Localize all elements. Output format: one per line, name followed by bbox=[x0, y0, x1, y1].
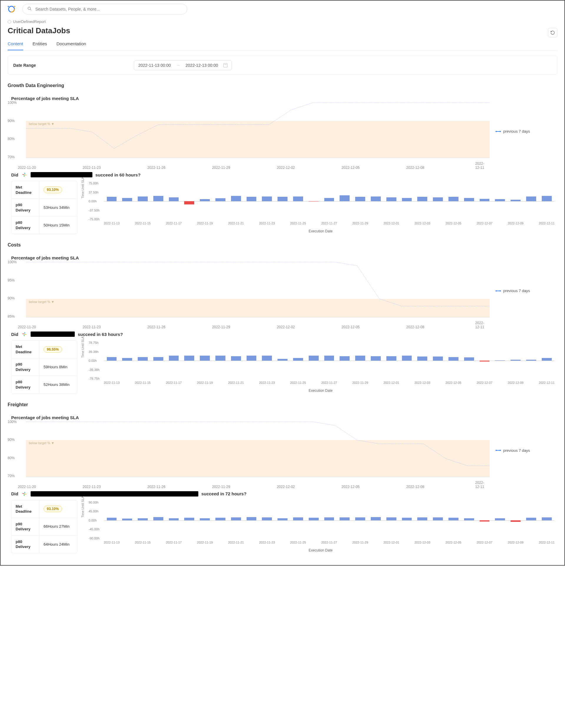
bar[interactable] bbox=[169, 197, 179, 201]
bar[interactable] bbox=[138, 518, 148, 520]
bar-x-tick: 2022-11-29 bbox=[352, 381, 368, 384]
bar[interactable] bbox=[526, 518, 536, 520]
bar[interactable] bbox=[262, 356, 272, 361]
bar[interactable] bbox=[138, 357, 148, 361]
bar[interactable] bbox=[355, 197, 365, 201]
x-tick: 2022-11-20 bbox=[18, 325, 36, 329]
bar[interactable] bbox=[355, 356, 365, 361]
bar[interactable] bbox=[386, 356, 396, 361]
bar[interactable] bbox=[153, 196, 163, 201]
bar[interactable] bbox=[340, 356, 350, 361]
bar[interactable] bbox=[293, 358, 303, 361]
bar[interactable] bbox=[246, 356, 256, 361]
bar[interactable] bbox=[184, 518, 194, 520]
bar[interactable] bbox=[277, 359, 288, 361]
bar[interactable] bbox=[122, 519, 132, 520]
bar[interactable] bbox=[153, 517, 163, 520]
search-input[interactable] bbox=[35, 6, 182, 12]
bar[interactable] bbox=[309, 356, 319, 361]
bar[interactable] bbox=[495, 360, 505, 361]
bar[interactable] bbox=[200, 518, 210, 520]
bar[interactable] bbox=[262, 196, 272, 201]
refresh-button[interactable] bbox=[548, 28, 557, 37]
bar[interactable] bbox=[231, 196, 241, 201]
bar[interactable] bbox=[138, 196, 148, 201]
bar[interactable] bbox=[464, 518, 474, 520]
bar[interactable] bbox=[262, 517, 272, 520]
bar[interactable] bbox=[309, 518, 319, 520]
bar[interactable] bbox=[184, 356, 194, 361]
bar[interactable] bbox=[526, 360, 536, 361]
bar[interactable] bbox=[215, 356, 225, 361]
bar[interactable] bbox=[542, 358, 552, 361]
bar[interactable] bbox=[511, 520, 521, 522]
bar[interactable] bbox=[277, 518, 288, 520]
app-logo[interactable] bbox=[6, 4, 17, 15]
bar[interactable] bbox=[293, 517, 303, 520]
bar[interactable] bbox=[293, 196, 303, 201]
bar[interactable] bbox=[511, 200, 521, 201]
bar[interactable] bbox=[277, 197, 288, 201]
bar[interactable] bbox=[402, 518, 412, 520]
bar[interactable] bbox=[231, 517, 241, 520]
bar[interactable] bbox=[402, 198, 412, 201]
bar-y-tick: -39.38h bbox=[89, 368, 99, 372]
x-tick: 2022-11-23 bbox=[83, 485, 101, 489]
bar[interactable] bbox=[153, 357, 163, 361]
bar[interactable] bbox=[246, 517, 256, 520]
bar[interactable] bbox=[526, 196, 536, 201]
bar-x-tick: 2022-11-27 bbox=[321, 381, 337, 384]
bar[interactable] bbox=[107, 197, 117, 201]
bar[interactable] bbox=[480, 361, 490, 361]
bar[interactable] bbox=[200, 356, 210, 361]
bar[interactable] bbox=[169, 356, 179, 361]
bar[interactable] bbox=[449, 518, 459, 520]
bar[interactable] bbox=[386, 197, 396, 201]
bar[interactable] bbox=[417, 517, 427, 520]
bar[interactable] bbox=[184, 201, 194, 204]
tab-documentation[interactable]: Documentation bbox=[56, 39, 86, 50]
bar[interactable] bbox=[511, 360, 521, 361]
bar[interactable] bbox=[371, 196, 381, 201]
bar[interactable] bbox=[464, 357, 474, 361]
bar[interactable] bbox=[107, 518, 117, 520]
bar[interactable] bbox=[371, 517, 381, 520]
bar[interactable] bbox=[107, 357, 117, 361]
bar[interactable] bbox=[215, 198, 225, 201]
bar[interactable] bbox=[340, 195, 350, 201]
bar[interactable] bbox=[169, 518, 179, 520]
bar[interactable] bbox=[324, 517, 334, 520]
bar[interactable] bbox=[480, 199, 490, 201]
bar[interactable] bbox=[449, 197, 459, 201]
bar[interactable] bbox=[122, 358, 132, 361]
bar[interactable] bbox=[433, 517, 443, 520]
bar[interactable] bbox=[433, 197, 443, 201]
bar[interactable] bbox=[246, 197, 256, 201]
bar[interactable] bbox=[480, 520, 490, 522]
bar[interactable] bbox=[449, 357, 459, 361]
date-range-picker[interactable]: 2022-11-13 00:00 → 2022-12-13 00:00 bbox=[134, 60, 232, 70]
bar[interactable] bbox=[200, 199, 210, 201]
bar-x-tick: 2022-11-23 bbox=[259, 381, 275, 384]
bar[interactable] bbox=[417, 197, 427, 201]
bar[interactable] bbox=[231, 356, 241, 361]
tab-content[interactable]: Content bbox=[8, 39, 23, 50]
bar[interactable] bbox=[495, 199, 505, 201]
bar[interactable] bbox=[542, 196, 552, 201]
bar[interactable] bbox=[215, 518, 225, 520]
bar[interactable] bbox=[495, 518, 505, 520]
bar[interactable] bbox=[542, 517, 552, 520]
bar[interactable] bbox=[417, 356, 427, 361]
bar[interactable] bbox=[433, 356, 443, 361]
bar[interactable] bbox=[324, 356, 334, 361]
bar[interactable] bbox=[122, 198, 132, 201]
bar[interactable] bbox=[464, 198, 474, 201]
bar[interactable] bbox=[371, 356, 381, 361]
bar[interactable] bbox=[386, 517, 396, 520]
bar[interactable] bbox=[340, 517, 350, 520]
tab-entities[interactable]: Entities bbox=[33, 39, 47, 50]
bar[interactable] bbox=[324, 198, 334, 201]
bar[interactable] bbox=[355, 517, 365, 520]
bar[interactable] bbox=[402, 356, 412, 361]
global-search[interactable] bbox=[22, 4, 187, 14]
